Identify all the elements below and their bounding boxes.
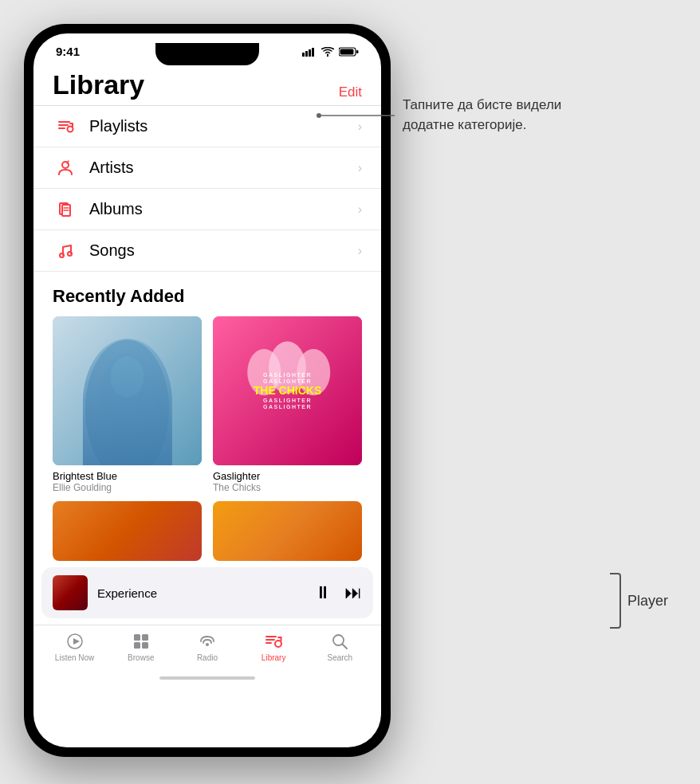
svg-marker-30	[73, 638, 80, 645]
edit-button[interactable]: Edit	[339, 84, 362, 100]
player-thumbnail	[53, 575, 88, 610]
artists-chevron: ›	[358, 161, 362, 175]
svg-point-20	[68, 252, 72, 256]
svg-rect-31	[134, 634, 140, 641]
status-time: 9:41	[56, 45, 80, 58]
signal-icon	[302, 47, 317, 57]
svg-rect-33	[134, 642, 140, 649]
albums-chevron: ›	[358, 202, 362, 217]
recently-added-section: Recently Added	[33, 272, 381, 501]
svg-rect-2	[309, 49, 311, 57]
library-label: Library	[262, 653, 286, 662]
gaslighter-text-3: GASLIGHTER	[263, 398, 312, 403]
svg-point-44	[317, 113, 321, 118]
browse-label: Browse	[128, 653, 154, 662]
brightest-blue-artist: Ellie Goulding	[53, 482, 202, 493]
svg-rect-1	[305, 51, 308, 57]
tab-search[interactable]: Search	[316, 632, 364, 662]
radio-label: Radio	[197, 653, 218, 662]
svg-point-35	[206, 643, 209, 646]
menu-item-songs[interactable]: Songs ›	[33, 230, 381, 272]
brightest-blue-title: Brightest Blue	[53, 470, 202, 482]
status-icons	[302, 47, 359, 57]
edit-annotation-text: Тапните да бисте видели додатне категори…	[403, 96, 561, 135]
gaslighter-text-1: GASLIGHTER	[263, 372, 312, 378]
gaslighter-text-2: GASLIGHTER	[263, 378, 312, 384]
tab-listen-now[interactable]: Listen Now	[51, 632, 99, 662]
album-thumb-1[interactable]	[53, 501, 202, 561]
tab-bar: Listen Now Browse	[33, 625, 381, 676]
gaslighter-text-4: GASLIGHTER	[263, 404, 312, 410]
menu-item-albums[interactable]: Albums ›	[33, 189, 381, 230]
battery-icon	[339, 47, 359, 57]
svg-rect-5	[356, 50, 359, 53]
album-grid: Brightest Blue Ellie Goulding	[53, 316, 362, 493]
svg-point-24	[110, 356, 144, 397]
browse-icon	[132, 632, 151, 651]
albums-label: Albums	[89, 200, 358, 218]
svg-line-43	[343, 645, 348, 649]
gaslighter-artist: The Chicks	[213, 482, 362, 493]
album-item-gaslighter[interactable]: GASLIGHTER GASLIGHTER THE CHICKS GASLIGH…	[213, 316, 362, 493]
album-cover-gaslighter: GASLIGHTER GASLIGHTER THE CHICKS GASLIGH…	[213, 316, 362, 465]
recently-added-row2	[33, 501, 381, 561]
album-item-brightest-blue[interactable]: Brightest Blue Ellie Goulding	[53, 316, 202, 493]
album-thumb-2[interactable]	[213, 501, 362, 561]
menu-item-artists[interactable]: Artists ›	[33, 147, 381, 189]
edit-annotation-area: Тапните да бисте видели додатне категори…	[395, 96, 561, 135]
svg-rect-34	[142, 642, 148, 649]
home-indicator	[159, 676, 255, 680]
edit-arrow	[315, 104, 403, 127]
player-title: Experience	[97, 586, 305, 600]
mini-player[interactable]: Experience ⏸ ⏭	[41, 567, 373, 618]
main-content: Library Edit	[33, 61, 381, 747]
svg-rect-32	[142, 634, 148, 641]
player-brace	[610, 573, 621, 629]
svg-point-22	[85, 339, 169, 465]
section-title: Recently Added	[53, 286, 362, 307]
notch	[155, 43, 259, 65]
player-controls: ⏸ ⏭	[314, 582, 362, 603]
svg-point-23	[99, 354, 155, 437]
songs-label: Songs	[89, 241, 358, 260]
tab-library[interactable]: Library	[250, 632, 297, 662]
phone-screen: 9:41	[33, 33, 381, 747]
library-title: Library	[53, 69, 144, 100]
skip-forward-button[interactable]: ⏭	[344, 582, 362, 603]
scene: 9:41	[0, 0, 700, 784]
search-label: Search	[328, 653, 353, 662]
gaslighter-title: Gaslighter	[213, 470, 362, 482]
radio-icon	[198, 632, 217, 651]
artists-icon	[53, 159, 78, 177]
albums-icon	[53, 201, 78, 218]
gaslighter-art: GASLIGHTER GASLIGHTER THE CHICKS GASLIGH…	[213, 316, 362, 465]
songs-icon	[53, 242, 78, 260]
tab-browse[interactable]: Browse	[117, 632, 165, 662]
gaslighter-band: THE CHICKS	[254, 385, 322, 397]
svg-rect-3	[312, 48, 314, 57]
listen-now-icon	[65, 632, 85, 651]
wifi-icon	[321, 47, 334, 57]
brightest-blue-art	[53, 316, 202, 465]
library-icon	[264, 632, 283, 651]
svg-rect-0	[302, 53, 305, 57]
album-cover-brightest-blue	[53, 316, 202, 465]
playlists-icon	[53, 118, 78, 135]
listen-now-label: Listen Now	[55, 653, 94, 662]
library-header: Library Edit	[33, 61, 381, 105]
pause-button[interactable]: ⏸	[314, 582, 332, 603]
songs-chevron: ›	[358, 244, 362, 258]
player-annotation: Player	[610, 573, 668, 629]
svg-point-39	[275, 641, 281, 647]
tab-radio[interactable]: Radio	[183, 632, 231, 662]
phone-frame: 9:41	[24, 24, 391, 757]
svg-point-19	[60, 253, 64, 257]
svg-rect-21	[53, 316, 202, 465]
artists-label: Artists	[89, 159, 358, 177]
svg-rect-6	[340, 49, 354, 54]
search-icon	[330, 632, 349, 651]
menu-list: Playlists › Artists ›	[33, 105, 381, 272]
player-annotation-label: Player	[627, 593, 668, 610]
